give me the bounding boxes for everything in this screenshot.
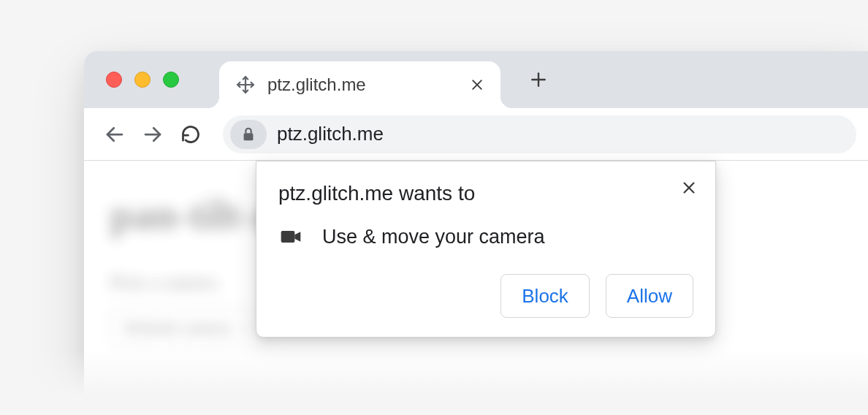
- prompt-origin-line: ptz.glitch.me wants to: [278, 182, 693, 205]
- new-tab-button[interactable]: [521, 62, 556, 97]
- reload-button[interactable]: [172, 115, 210, 153]
- allow-button[interactable]: Allow: [606, 274, 693, 318]
- toolbar: ptz.glitch.me: [84, 108, 868, 161]
- move-icon: [235, 75, 256, 95]
- forward-button[interactable]: [134, 115, 172, 153]
- back-button[interactable]: [96, 115, 134, 153]
- allow-button-label: Allow: [627, 285, 672, 308]
- block-button-label: Block: [522, 285, 568, 308]
- site-info-button[interactable]: [230, 120, 267, 149]
- minimize-window-button[interactable]: [134, 72, 151, 88]
- maximize-window-button[interactable]: [163, 72, 179, 88]
- address-bar-url: ptz.glitch.me: [277, 123, 384, 145]
- prompt-close-button[interactable]: [676, 175, 702, 201]
- close-tab-button[interactable]: [467, 75, 487, 95]
- camera-icon: [278, 224, 303, 249]
- camera-picker-value: Default camera: [124, 318, 232, 338]
- svg-point-2: [244, 83, 246, 85]
- browser-window: ptz.glitch.me: [84, 51, 868, 415]
- svg-rect-12: [281, 231, 295, 243]
- close-window-button[interactable]: [106, 72, 122, 88]
- window-traffic-lights: [106, 72, 179, 88]
- lock-icon: [240, 126, 256, 142]
- block-button[interactable]: Block: [500, 274, 590, 318]
- address-bar[interactable]: ptz.glitch.me: [223, 115, 856, 153]
- close-icon: [681, 180, 697, 196]
- tab-strip: ptz.glitch.me: [84, 51, 868, 108]
- permission-prompt: ptz.glitch.me wants to Use & move your c…: [256, 161, 716, 338]
- tab-title: ptz.glitch.me: [267, 75, 467, 95]
- svg-marker-13: [294, 232, 300, 241]
- prompt-permission-text: Use & move your camera: [322, 226, 545, 248]
- svg-rect-9: [244, 133, 254, 140]
- chevron-down-icon: [242, 321, 255, 335]
- browser-tab[interactable]: ptz.glitch.me: [219, 61, 500, 108]
- camera-picker[interactable]: Default camera: [110, 308, 269, 347]
